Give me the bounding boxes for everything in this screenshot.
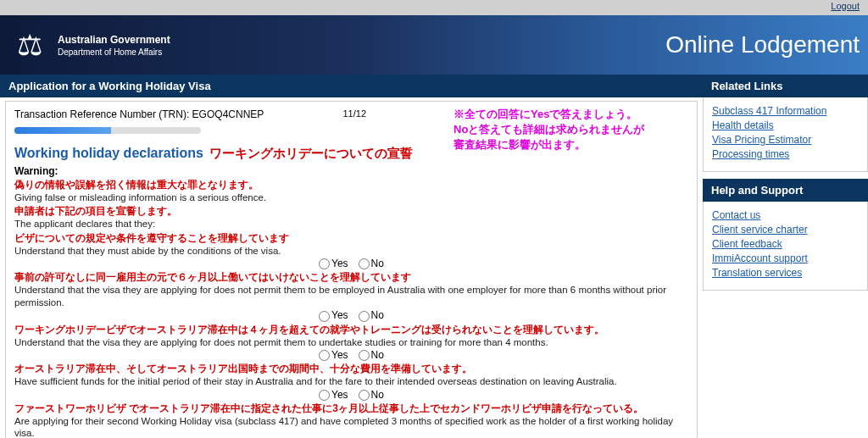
declaration-en: Are applying for their second Working Ho… [14,415,688,438]
declaration-jp: 偽りの情報や誤解を招く情報は重大な罪となります。 [14,179,688,191]
help-link[interactable]: ImmiAccount support [712,252,859,264]
yes-option[interactable]: Yes [319,389,348,401]
declaration-item: 申請者は下記の項目を宣誓します。The applicant declares t… [14,205,688,230]
help-link[interactable]: Client feedback [712,238,859,250]
declaration-en: Giving false or misleading information i… [14,191,688,203]
warning-label: Warning: [14,165,688,177]
declaration-jp: ビザについての規定や条件を遵守することを理解しています [14,232,688,245]
no-radio[interactable] [359,390,370,401]
declaration-jp: 申請者は下記の項目を宣誓します。 [14,205,688,218]
section-title-en: Working holiday declarations [14,146,203,160]
help-link[interactable]: Translation services [712,267,859,279]
declaration-item: ファーストワーホリビザ でオーストラリア滞在中に指定された仕事に3ヶ月以上従事し… [14,402,688,438]
yes-radio[interactable] [319,311,330,322]
no-option[interactable]: No [359,258,384,269]
yes-option[interactable]: Yes [319,309,348,321]
declaration-en: Understand that the visa they are applyi… [14,336,688,348]
related-link[interactable]: Subclass 417 Information [712,105,859,117]
yes-radio[interactable] [319,258,330,269]
form-content: ※全ての回答にYesで答えましょう。 Noと答えても詳細は求められませんが 審査… [5,101,698,438]
related-links-header: Related Links [703,75,868,97]
help-link[interactable]: Contact us [712,209,859,221]
related-link[interactable]: Visa Pricing Estimator [712,134,859,146]
radio-row: YesNo [14,258,688,269]
dept-name: Department of Home Affairs [58,47,170,57]
declaration-jp: ワーキングホリデービザでオーストラリア滞在中は４ヶ月を超えての就学やトレーニング… [14,324,688,336]
declaration-en: Have sufficient funds for the initial pe… [14,375,688,387]
yes-radio[interactable] [319,350,330,361]
annotation-top: ※全ての回答にYesで答えましょう。 Noと答えても詳細は求められませんが 審査… [453,107,644,153]
declaration-jp: 事前の許可なしに同一雇用主の元で６ヶ月以上働いてはいけないことを理解しています [14,271,688,284]
no-radio[interactable] [359,311,370,322]
logout-link[interactable]: Logout [831,1,860,11]
no-radio[interactable] [359,350,370,361]
help-support-header: Help and Support [703,179,868,202]
help-support-body: Contact usClient service charterClient f… [703,202,868,291]
gov-name: Australian Government [58,34,170,46]
radio-row: YesNo [14,389,688,401]
declaration-item: 事前の許可なしに同一雇用主の元で６ヶ月以上働いてはいけないことを理解していますU… [14,271,688,308]
progress-bar [14,127,201,134]
radio-row: YesNo [14,349,688,361]
help-link[interactable]: Client service charter [712,224,859,236]
radio-row: YesNo [14,309,688,321]
declaration-en: Understand that they must abide by the c… [14,245,688,257]
declaration-item: ワーキングホリデービザでオーストラリア滞在中は４ヶ月を超えての就学やトレーニング… [14,324,688,348]
declaration-item: オーストラリア滞在中、そしてオーストラリア出国時までの期間中、十分な費用を準備し… [14,363,688,387]
header-bar: ⚖ Australian Government Department of Ho… [0,15,868,75]
crest-icon: ⚖ [8,24,51,66]
trn-label: Transaction Reference Number (TRN): EGOQ… [14,108,264,120]
no-option[interactable]: No [359,309,384,321]
yes-option[interactable]: Yes [319,258,348,269]
no-option[interactable]: No [359,349,384,361]
declaration-item: ビザについての規定や条件を遵守することを理解していますUnderstand th… [14,232,688,257]
no-option[interactable]: No [359,389,384,401]
yes-radio[interactable] [319,390,330,401]
app-title: Application for a Working Holiday Visa [0,75,703,97]
declaration-item: 偽りの情報や誤解を招く情報は重大な罪となります。Giving false or … [14,179,688,203]
section-title-jp: ワーキングホリデーについての宣誓 [209,146,413,160]
declaration-jp: オーストラリア滞在中、そしてオーストラリア出国時までの期間中、十分な費用を準備し… [14,363,688,375]
no-radio[interactable] [359,258,370,269]
related-link[interactable]: Processing times [712,148,859,160]
page-title: Online Lodgement [665,31,860,58]
related-link[interactable]: Health details [712,119,859,131]
yes-option[interactable]: Yes [319,349,348,361]
progress-text: 11/12 [342,108,366,119]
declaration-jp: ファーストワーホリビザ でオーストラリア滞在中に指定された仕事に3ヶ月以上従事し… [14,402,688,415]
declaration-en: Understand that the visa they are applyi… [14,284,688,308]
related-links-body: Subclass 417 InformationHealth detailsVi… [703,97,868,172]
declaration-en: The applicant declares that they: [14,218,688,230]
